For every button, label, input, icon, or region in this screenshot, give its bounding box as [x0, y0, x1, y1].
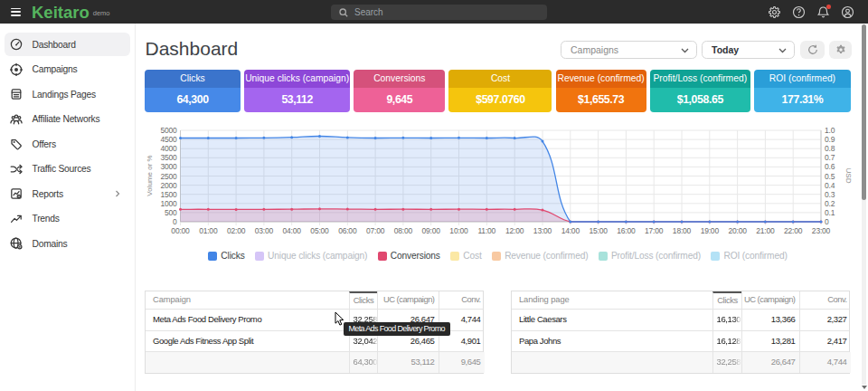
- svg-text:19:00: 19:00: [701, 226, 720, 235]
- svg-text:11:00: 11:00: [477, 226, 495, 235]
- svg-text:0.1: 0.1: [825, 208, 835, 217]
- svg-text:0: 0: [173, 217, 177, 226]
- svg-text:17:00: 17:00: [645, 226, 664, 235]
- svg-text:10:00: 10:00: [449, 226, 468, 235]
- svg-text:0.9: 0.9: [825, 135, 835, 144]
- svg-text:0.2: 0.2: [825, 199, 835, 208]
- svg-text:4000: 4000: [160, 144, 177, 153]
- svg-text:06:00: 06:00: [338, 226, 357, 235]
- svg-text:Volume or %: Volume or %: [146, 155, 154, 196]
- svg-text:0.5: 0.5: [825, 172, 835, 181]
- svg-text:1000: 1000: [160, 199, 177, 208]
- svg-text:16:00: 16:00: [617, 226, 636, 235]
- svg-text:0.4: 0.4: [825, 181, 835, 190]
- svg-text:3500: 3500: [160, 153, 177, 162]
- svg-text:18:00: 18:00: [673, 226, 692, 235]
- svg-text:05:00: 05:00: [310, 226, 329, 235]
- svg-text:0.3: 0.3: [825, 190, 835, 199]
- svg-text:4500: 4500: [160, 135, 177, 144]
- svg-text:0.8: 0.8: [825, 144, 835, 153]
- svg-text:20:00: 20:00: [728, 226, 747, 235]
- svg-text:5000: 5000: [160, 126, 177, 135]
- svg-text:1.0: 1.0: [825, 126, 835, 135]
- svg-text:21:00: 21:00: [756, 226, 775, 235]
- svg-text:09:00: 09:00: [422, 226, 441, 235]
- svg-text:14:00: 14:00: [561, 226, 580, 235]
- svg-text:15:00: 15:00: [589, 226, 608, 235]
- svg-text:2500: 2500: [160, 172, 177, 181]
- svg-text:1500: 1500: [160, 190, 177, 199]
- svg-text:00:00: 00:00: [171, 226, 190, 235]
- svg-text:03:00: 03:00: [255, 226, 274, 235]
- svg-text:23:00: 23:00: [812, 226, 831, 235]
- svg-text:02:00: 02:00: [227, 226, 246, 235]
- svg-text:01:00: 01:00: [199, 226, 218, 235]
- svg-text:2000: 2000: [160, 181, 177, 190]
- svg-text:USD: USD: [844, 168, 853, 184]
- svg-text:3000: 3000: [160, 162, 177, 171]
- svg-text:0: 0: [825, 217, 829, 226]
- svg-text:13:00: 13:00: [533, 226, 552, 235]
- svg-text:07:00: 07:00: [366, 226, 385, 235]
- svg-text:500: 500: [165, 208, 177, 217]
- svg-text:0.7: 0.7: [825, 153, 835, 162]
- svg-text:08:00: 08:00: [394, 226, 413, 235]
- svg-text:22:00: 22:00: [784, 226, 803, 235]
- svg-text:04:00: 04:00: [283, 226, 302, 235]
- svg-text:12:00: 12:00: [505, 226, 524, 235]
- svg-text:0.6: 0.6: [825, 162, 835, 171]
